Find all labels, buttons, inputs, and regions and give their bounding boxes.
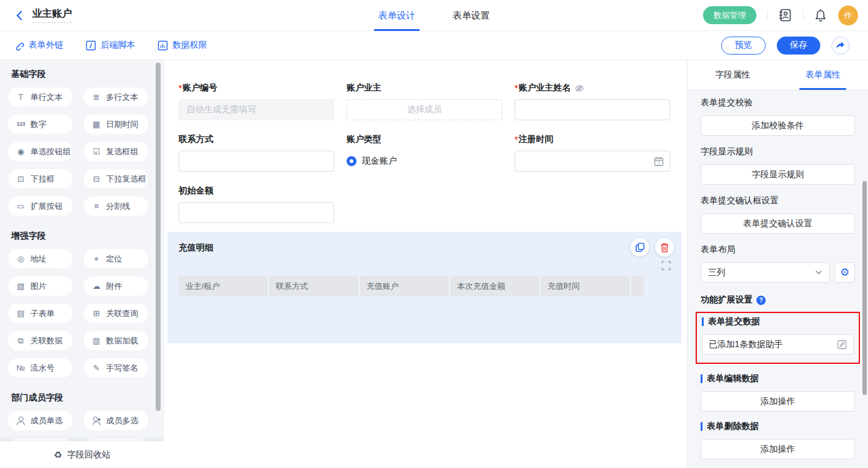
expand-button[interactable] (662, 261, 671, 270)
contact-book-icon (778, 8, 792, 22)
field-item-location[interactable]: ⌖定位 (84, 249, 148, 268)
field-item-checkbox-group[interactable]: ☑复选框组 (84, 142, 148, 161)
divider (803, 11, 804, 20)
field-account-owner[interactable]: 账户业主 选择成员 (347, 82, 502, 120)
notifications-button[interactable] (814, 9, 827, 22)
field-item-member-multi[interactable]: 成员多选 (84, 411, 148, 430)
field-initial-amount[interactable]: 初始金额 (179, 185, 334, 223)
top-header: 业主账户 表单设计 表单设置 数据管理 (0, 0, 868, 31)
field-account-type[interactable]: 账户类型 现金账户 (347, 134, 502, 172)
field-label: 联系方式 (179, 134, 334, 145)
backend-script-link[interactable]: 后端脚本 (86, 40, 135, 51)
panel-scrollbar[interactable] (862, 181, 867, 395)
field-item-linked-data[interactable]: ⧉关联数据 (8, 331, 73, 350)
field-item-signature[interactable]: ✎手写签名 (84, 358, 148, 377)
share-button[interactable] (831, 37, 849, 55)
field-item-label: 多行文本 (106, 92, 138, 103)
form-external-link[interactable]: 表单外链 (14, 40, 63, 51)
field-item-linked-query[interactable]: ⊞关联查询 (84, 304, 148, 323)
tab-form-settings[interactable]: 表单设置 (453, 0, 490, 31)
field-item-image[interactable]: ▧图片 (8, 276, 73, 296)
field-recycle-bin[interactable]: ♻ 字段回收站 (0, 441, 164, 468)
subform-column-tail (631, 276, 644, 296)
field-contact[interactable]: 联系方式 (179, 134, 334, 172)
field-label: *账户业主姓名 (515, 82, 670, 94)
delete-data-add-action-button[interactable]: 添加操作 (701, 439, 855, 459)
layout-settings-button[interactable]: ⚙ (835, 262, 855, 283)
field-visibility-rules-button[interactable]: 字段显示规则 (701, 164, 855, 185)
subform-column-contact: 联系方式 (269, 276, 360, 296)
input-placeholder: 选择成员 (407, 104, 442, 115)
highlight-box-submit-data: 表单提交数据 已添加1条数据助手 (696, 312, 860, 364)
field-item-serial-number[interactable]: №流水号 (8, 358, 73, 377)
field-item-extend-button[interactable]: ▭扩展按钮 (8, 196, 73, 216)
sidebar-scrollbar[interactable] (156, 63, 161, 411)
form-fields-grid: *账户编号 自动生成无需填写 账户业主 选择成员 *账户业主姓名 (167, 82, 681, 237)
owner-name-input[interactable] (515, 99, 670, 120)
field-item-datetime[interactable]: ▦日期时间 (84, 115, 148, 134)
back-button[interactable] (12, 9, 26, 22)
user-avatar[interactable]: 作 (838, 6, 858, 25)
radio-selected-icon[interactable] (347, 156, 356, 166)
bell-icon (814, 9, 827, 22)
field-item-label: 成员单选 (30, 415, 63, 426)
field-item-divider[interactable]: ≡分割线 (84, 196, 148, 216)
label-field-visibility-rules: 字段显示规则 (701, 146, 855, 157)
field-register-time[interactable]: *注册时间 7 (515, 134, 670, 172)
field-item-radio-group[interactable]: ◉单选按钮组 (8, 142, 73, 161)
form-toolbar: 表单外链 后端脚本 数据权限 预览 保存 (0, 31, 868, 60)
tab-field-properties[interactable]: 字段属性 (688, 60, 778, 90)
label-submit-validation: 表单提交校验 (701, 97, 855, 108)
select-icon: ⊡ (16, 175, 25, 183)
field-item-data-load[interactable]: ▥数据加载 (84, 331, 148, 350)
field-item-label: 成员多选 (106, 415, 138, 426)
field-item-attachment[interactable]: ☁附件 (84, 276, 148, 296)
tab-form-design[interactable]: 表单设计 (378, 0, 415, 31)
toolbar-link-label: 后端脚本 (100, 40, 135, 51)
field-label: *账户编号 (179, 82, 334, 94)
contact-book-button[interactable] (778, 8, 792, 22)
data-permission-link[interactable]: 数据权限 (157, 40, 207, 51)
layout-select[interactable]: 三列 (701, 262, 830, 283)
field-item-multi-line-text[interactable]: ≣多行文本 (84, 87, 148, 107)
submit-data-assistant-button[interactable]: 已添加1条数据助手 (702, 334, 854, 355)
field-item-label: 数据加载 (106, 335, 138, 347)
subform-recharge-detail[interactable]: 充值明细 (167, 232, 681, 343)
field-item-label: 单行文本 (30, 92, 63, 103)
field-account-number[interactable]: *账户编号 自动生成无需填写 (179, 82, 334, 120)
subform-icon: ▤ (16, 309, 25, 317)
header-actions: 数据管理 作 (703, 6, 858, 25)
initial-amount-input[interactable] (179, 202, 334, 223)
save-button[interactable]: 保存 (777, 37, 820, 55)
account-owner-picker[interactable]: 选择成员 (347, 99, 502, 120)
preview-button[interactable]: 预览 (721, 37, 766, 55)
blue-bar (701, 374, 702, 383)
account-number-input[interactable]: 自动生成无需填写 (179, 99, 334, 120)
field-item-multi-select[interactable]: ⊟下拉复选框 (84, 169, 148, 188)
edit-data-add-action-button[interactable]: 添加操作 (701, 391, 855, 412)
blue-bar (701, 422, 702, 431)
required-mark: * (179, 83, 182, 93)
field-item-select[interactable]: ⊡下拉框 (8, 169, 73, 188)
register-time-input[interactable]: 7 (515, 151, 670, 172)
label-form-submit-data: 表单提交数据 (702, 316, 854, 327)
field-item-subform[interactable]: ▤子表单 (8, 304, 73, 323)
account-type-options: 现金账户 (347, 151, 502, 172)
page-title[interactable]: 业主账户 (32, 7, 72, 23)
field-item-address[interactable]: ◎地址 (8, 249, 73, 268)
add-validation-button[interactable]: 添加校验条件 (701, 115, 855, 136)
field-item-number[interactable]: 123数字 (8, 115, 73, 134)
field-item-member-single[interactable]: 成员单选 (8, 411, 73, 430)
field-item-single-line-text[interactable]: T单行文本 (8, 87, 73, 107)
data-manage-button[interactable]: 数据管理 (703, 6, 756, 24)
gear-icon: ⚙ (840, 266, 849, 279)
submit-confirm-settings-button[interactable]: 表单提交确认设置 (701, 213, 855, 234)
field-library-sidebar: 基础字段 T单行文本 ≣多行文本 123数字 ▦日期时间 ◉单选按钮组 ☑复选框… (0, 60, 164, 468)
help-icon[interactable]: ? (756, 296, 766, 305)
field-owner-name[interactable]: *账户业主姓名 (515, 82, 670, 120)
field-item-label: 地址 (30, 254, 46, 265)
copy-button[interactable] (631, 238, 649, 257)
tab-form-properties[interactable]: 表单属性 (778, 60, 868, 90)
delete-button[interactable] (655, 238, 674, 257)
contact-input[interactable] (179, 151, 334, 172)
